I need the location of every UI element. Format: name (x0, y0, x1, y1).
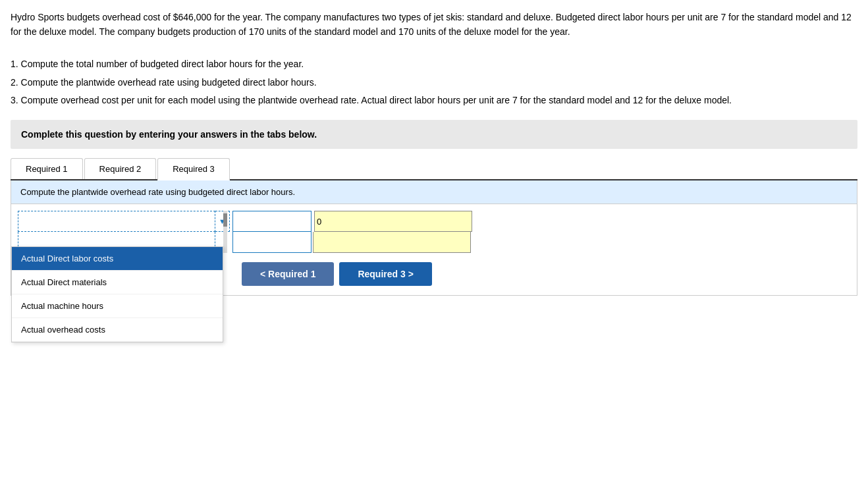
input-area: ▼ 0 (11, 204, 857, 295)
label-cell-top (232, 211, 312, 232)
task1: 1. Compute the total number of budgeted … (11, 57, 857, 72)
dropdown-input[interactable] (18, 211, 215, 232)
value-cell-bottom[interactable] (313, 232, 471, 253)
tabs-container: Required 1 Required 2 Required 3 Compute… (11, 158, 857, 296)
tab-required3[interactable]: Required 3 (157, 158, 230, 180)
tab-content: Compute the plantwide overhead rate usin… (11, 180, 857, 296)
value-input-top[interactable] (314, 211, 472, 232)
paragraph1: Hydro Sports budgets overhead cost of $6… (11, 11, 857, 39)
scrollbar-thumb[interactable] (223, 213, 227, 227)
dropdown-menu: Actual Direct labor costs Actual Direct … (11, 246, 223, 343)
dropdown-item-2[interactable]: Actual machine hours (12, 294, 223, 318)
value-zero-label: 0 (317, 217, 321, 227)
dropdown-item-1[interactable]: Actual Direct materials (12, 271, 223, 294)
tab-required2[interactable]: Required 2 (84, 158, 157, 179)
task3: 3. Compute overhead cost per unit for ea… (11, 94, 857, 108)
prev-button[interactable]: < Required 1 (242, 262, 334, 286)
problem-text: Hydro Sports budgets overhead cost of $6… (11, 11, 857, 108)
value-cell-top: 0 (313, 211, 472, 232)
dropdown-row: ▼ (18, 211, 230, 232)
next-button[interactable]: Required 3 > (339, 262, 431, 286)
label-cell-bottom (232, 232, 312, 253)
dropdown-item-3[interactable]: Actual overhead costs (12, 318, 223, 342)
dropdown-item-0[interactable]: Actual Direct labor costs (12, 247, 223, 271)
scrollbar-track (223, 211, 227, 253)
task2: 2. Compute the plantwide overhead rate u… (11, 76, 857, 90)
tab-required1[interactable]: Required 1 (11, 158, 83, 179)
complete-banner: Complete this question by entering your … (11, 120, 857, 149)
tabs-row: Required 1 Required 2 Required 3 (11, 158, 857, 180)
dropdown-arrow-button[interactable]: ▼ (215, 211, 230, 232)
tab-instructions: Compute the plantwide overhead rate usin… (11, 180, 857, 204)
